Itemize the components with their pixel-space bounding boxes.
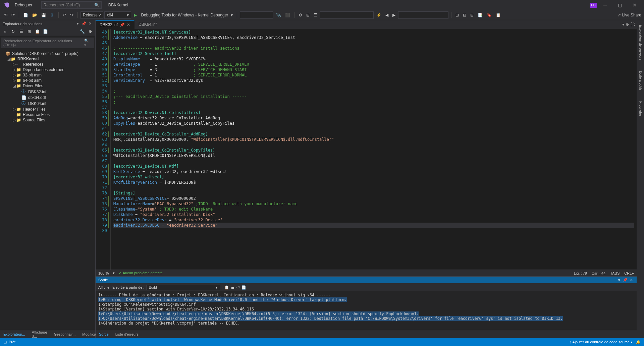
file-dbk32inf[interactable]: ⓘDBK32.inf — [0, 89, 95, 95]
liveshare-button[interactable]: ↗ Live Share — [618, 13, 641, 17]
header-files-node[interactable]: ▷📁Header Files — [0, 107, 95, 112]
resource-files-node[interactable]: 📁Resource Files — [0, 112, 95, 117]
source-control-button[interactable]: ↑ Ajouter au contrôle de code source ▴ — [570, 340, 633, 344]
close-icon[interactable]: ✕ — [629, 278, 634, 282]
extra-combo-2[interactable] — [398, 11, 448, 19]
solution-toolbar: ⌂ ↻ ☰ ⊞ 📋 📄 🔧 ⚙ — [0, 27, 95, 36]
bottom-tab[interactable]: Gestionnair... — [51, 330, 79, 338]
references-node[interactable]: ▷▫Références — [0, 62, 95, 67]
minimize-button[interactable]: ─ — [598, 0, 612, 10]
filter-icon[interactable]: ☰ — [18, 28, 24, 35]
clear-icon[interactable]: 📋 — [224, 285, 229, 290]
pin-icon[interactable]: 📌 — [623, 278, 628, 282]
dropdown-icon[interactable]: ▾ — [75, 21, 80, 26]
close-icon[interactable]: ✕ — [87, 21, 93, 26]
tool-icon-3[interactable]: ☰ — [312, 12, 319, 18]
file-dbk64inf[interactable]: ⓘDBK64.inf — [0, 100, 95, 107]
solution-root[interactable]: 📦Solution 'DBKKernel' (1 sur 1 projets) — [0, 51, 95, 56]
output-content[interactable]: 1>------ Début de la génération : Projet… — [96, 291, 637, 330]
zoom-level[interactable]: 100 % — [98, 271, 109, 275]
indent-indicator[interactable]: TABS — [610, 271, 620, 275]
line-indicator: Lig. : 79 — [574, 271, 587, 275]
issues-status[interactable]: ✓ Aucun problème détecté — [119, 271, 163, 275]
right-toolwindow-tabs: Explorateur de serveursBoîte à outilsPro… — [637, 20, 644, 338]
dropdown-icon[interactable]: ▾ — [622, 22, 624, 27]
toolwindow-tab[interactable]: Propriétés — [638, 99, 643, 119]
toolwindow-tab[interactable]: Boîte à outils — [638, 69, 643, 93]
file-dbk64ddf[interactable]: 📄dbk64.ddf — [0, 95, 95, 100]
play-icon[interactable]: ▶ — [132, 12, 138, 18]
save-all-icon[interactable]: 🗎 — [49, 12, 56, 18]
tab-dbk32[interactable]: DBK32.inf 📌 ✕ — [96, 20, 135, 29]
main-toolbar: ⟲ ⟳ 📄 📂 💾 🗎 ↶ ↷ Release v x64▾ ▶ Debuggi… — [0, 10, 644, 20]
code-editor[interactable]: 4344454647484950515253545556575859606162… — [96, 29, 637, 270]
bottom-tab[interactable]: Liste d'erreurs — [112, 330, 142, 338]
status-ready: Prêt — [9, 340, 15, 344]
config-combo[interactable]: Release v — [80, 11, 103, 19]
undo-icon[interactable]: ↶ — [61, 12, 67, 18]
toolwindow-tab[interactable]: Explorateur de serveurs — [638, 23, 643, 62]
project-node[interactable]: ◢📁DBKKernel — [0, 56, 95, 62]
tool-icon[interactable]: ⚙ — [297, 12, 304, 18]
asm64-node[interactable]: ▷📁64-bit asm — [0, 78, 95, 83]
output-toolbar: Afficher la sortie à partir de : Build▾ … — [96, 283, 637, 291]
line-gutter: 4344454647484950515253545556575859606162… — [96, 29, 111, 270]
bottom-tab[interactable]: Affichage d... — [29, 330, 51, 338]
toggle-icon[interactable]: ☰ — [231, 285, 234, 290]
new-icon[interactable]: 📄 — [22, 12, 30, 18]
bottom-tab[interactable]: Explorateur... — [0, 330, 29, 338]
asm32-node[interactable]: ▷📁32-bit asm — [0, 72, 95, 78]
attach-icon[interactable]: 📎 — [275, 12, 282, 18]
log-icon[interactable]: 📄 — [241, 285, 246, 290]
gear-icon[interactable]: ⚙ — [626, 22, 629, 27]
status-icon: ▢ — [3, 340, 7, 344]
solution-header: Explorateur de solutions ▾ 📌 ✕ — [0, 20, 95, 27]
maximize-button[interactable]: ▢ — [613, 0, 627, 10]
titlebar: FichierÉditionAffichageGitProjetGénérerD… — [0, 0, 644, 10]
save-icon[interactable]: 💾 — [40, 12, 48, 18]
editor-statusbar: 100 % ▾ ✓ Aucun problème détecté Lig. : … — [96, 270, 637, 276]
debug-target[interactable]: Debugging Tools for Windows - Kernel Deb… — [141, 13, 228, 17]
eol-indicator[interactable]: CRLF — [624, 271, 634, 275]
ext-deps-node[interactable]: ▷📁Dépendances externes — [0, 67, 95, 72]
search-placeholder: Rechercher (Ctrl+Q) — [44, 3, 80, 7]
process-combo[interactable] — [240, 11, 273, 19]
menu-déboguer[interactable]: Déboguer — [12, 0, 37, 10]
forward-icon[interactable]: ⟳ — [10, 12, 16, 18]
source-files-node[interactable]: ▷📁Source Files — [0, 117, 95, 123]
bottom-tab[interactable]: Sortie — [96, 330, 112, 338]
platform-combo[interactable]: x64▾ — [104, 11, 131, 19]
bottom-tabs: SortieListe d'erreurs — [96, 330, 637, 338]
search-icon: 🔍 ▾ — [84, 39, 92, 47]
redo-icon[interactable]: ↷ — [69, 12, 75, 18]
fullscreen-icon[interactable]: ⛶ — [631, 22, 635, 27]
share-icon: ↗ — [618, 13, 621, 17]
user-badge[interactable]: PC — [590, 3, 597, 8]
sync-icon[interactable]: ↻ — [10, 28, 16, 35]
tool-icon-2[interactable]: ⊞ — [305, 12, 311, 18]
close-icon[interactable]: ✕ — [127, 22, 130, 27]
search-box[interactable]: Rechercher (Ctrl+Q) 🔍 — [41, 1, 102, 9]
settings-icon[interactable]: ⚙ — [87, 28, 93, 35]
code-content[interactable]: [eacdriver32_Device.NT.Services]AddServi… — [111, 29, 637, 270]
stop-icon[interactable]: ⬛ — [284, 12, 291, 18]
notifications-icon[interactable]: 🔔 — [636, 340, 641, 344]
back-icon[interactable]: ⟲ — [3, 12, 9, 18]
wrap-icon[interactable]: ⏎ — [236, 285, 239, 290]
solution-search[interactable]: Rechercher dans Explorateur de solutions… — [1, 38, 94, 48]
solution-explorer: Explorateur de solutions ▾ 📌 ✕ ⌂ ↻ ☰ ⊞ 📋… — [0, 20, 96, 338]
editor-area: DBK32.inf 📌 ✕ DBK64.inf ▾ ⚙ ⛶ 4344454647… — [96, 20, 637, 338]
driver-files-node[interactable]: ◢📁Driver Files — [0, 83, 95, 89]
pin-icon[interactable]: 📌 — [120, 22, 125, 27]
search-icon: 🔍 — [94, 3, 99, 7]
solution-tree: 📦Solution 'DBKKernel' (1 sur 1 projets) … — [0, 50, 95, 330]
wrench-icon[interactable]: 🔧 — [79, 28, 85, 35]
extra-combo[interactable] — [320, 11, 374, 19]
pin-icon[interactable]: 📌 — [81, 21, 87, 26]
output-source-combo[interactable]: Build▾ — [146, 285, 220, 290]
dropdown-icon[interactable]: ▾ — [616, 278, 622, 282]
close-button[interactable]: ✕ — [628, 0, 641, 10]
tab-dbk64[interactable]: DBK64.inf — [135, 20, 161, 29]
home-icon[interactable]: ⌂ — [2, 28, 8, 35]
open-icon[interactable]: 📂 — [31, 12, 39, 18]
